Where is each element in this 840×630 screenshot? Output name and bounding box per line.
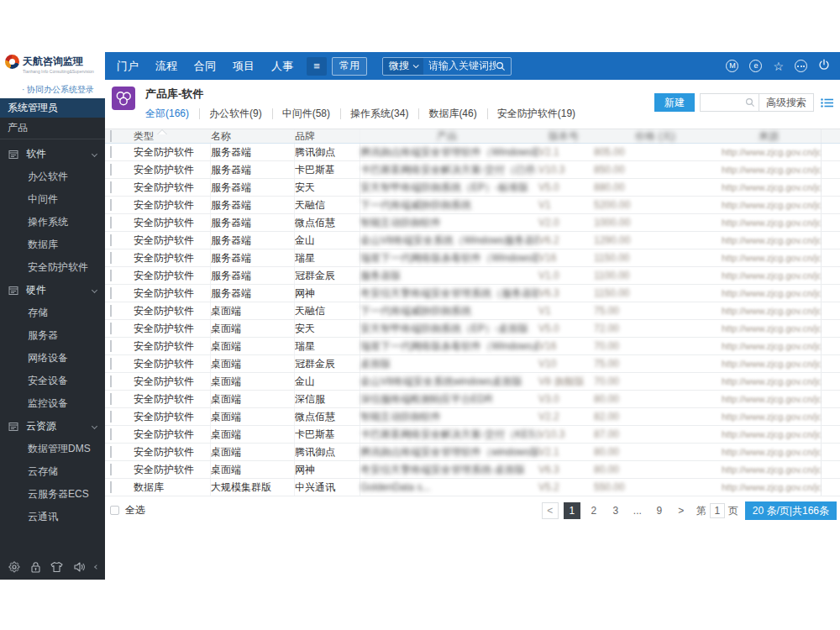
search-scope-dropdown[interactable]: 微搜 (383, 58, 423, 75)
row-checkbox[interactable] (110, 464, 112, 475)
table-search-input[interactable] (700, 93, 759, 112)
row-checkbox[interactable] (110, 270, 112, 281)
sidebar-group-header[interactable]: 云资源 (0, 415, 105, 438)
row-checkbox[interactable] (110, 428, 112, 440)
theme-shirt-icon[interactable] (50, 561, 63, 573)
row-checkbox[interactable] (110, 323, 112, 334)
sidebar-item[interactable]: 网络设备 (0, 347, 105, 370)
top-nav-item[interactable]: 项目 (233, 59, 255, 74)
m-app-icon[interactable]: M (726, 60, 738, 72)
power-logout-icon[interactable] (818, 59, 830, 74)
row-checkbox[interactable] (110, 446, 112, 458)
top-nav-item[interactable]: 人事 (271, 59, 293, 74)
row-checkbox[interactable] (110, 164, 112, 176)
table-row[interactable]: 安全防护软件 桌面端 瑞星 瑞星下一代网络版杀毒软件（Windows桌面） V1… (105, 338, 840, 355)
table-row[interactable]: 安全防护软件 桌面端 金山 金山V8终端安全系统windows桌面版 V8·旗舰… (105, 373, 840, 391)
sidebar-group-header[interactable]: 软件 (0, 143, 105, 165)
sidebar-item[interactable]: 中间件 (0, 188, 105, 211)
table-row[interactable]: 安全防护软件 桌面端 卡巴斯基 卡巴斯基网络安全解决方案-交付（KES）... … (105, 426, 840, 444)
row-checkbox[interactable] (110, 287, 112, 299)
sidebar-item[interactable]: 云存储 (0, 460, 105, 483)
table-row[interactable]: 安全防护软件 桌面端 深信服 深信服终端检测响应平台EDR V3.0 80.00… (105, 391, 840, 408)
settings-gear-icon[interactable] (8, 561, 20, 573)
row-checkbox[interactable] (110, 340, 112, 352)
category-tab[interactable]: 办公软件(9) (199, 107, 272, 121)
row-checkbox[interactable] (110, 217, 112, 228)
table-row[interactable]: 数据库 大规模集群版 中兴通讯 GoldenData s... V5.2 550… (105, 479, 840, 496)
col-price[interactable]: 价格 (元) (594, 129, 722, 144)
category-tab[interactable]: 中间件(58) (272, 107, 340, 121)
advanced-search-button[interactable]: 高级搜索 (759, 93, 814, 112)
row-checkbox[interactable] (110, 481, 112, 493)
table-row[interactable]: 安全防护软件 桌面端 安天 安天智甲终端防御系统（EP）-桌面版 V5.0 72… (105, 320, 840, 338)
page-number[interactable]: 3 (607, 502, 624, 519)
top-nav-item[interactable]: 合同 (194, 59, 216, 74)
tab-changyong[interactable]: 常用 (332, 57, 367, 76)
table-row[interactable]: 安全防护软件 服务器端 卡巴斯基 卡巴斯基网络安全解决方案-交付（已停... V… (105, 161, 840, 179)
table-row[interactable]: 安全防护软件 服务器端 冠群金辰 服务器版 V1.0 1100.00 http:… (105, 267, 840, 285)
col-product[interactable]: 产品 (360, 129, 538, 144)
oa-login-link[interactable]: · 协同办公系统登录 (0, 83, 105, 98)
row-checkbox[interactable] (110, 358, 112, 370)
col-brand[interactable]: 品牌 (295, 129, 360, 143)
create-new-button[interactable]: 新建 (654, 93, 695, 112)
row-checkbox[interactable] (110, 181, 112, 193)
more-options-icon[interactable] (795, 60, 807, 72)
table-row[interactable]: 安全防护软件 服务器端 微点佰慧 智能主动防御软件 V2.0 1000.00 h… (105, 214, 840, 232)
search-icon[interactable] (496, 58, 511, 75)
table-row[interactable]: 安全防护软件 桌面端 天融信 下一代终端威胁防御系统 V1 75.00 http… (105, 302, 840, 320)
page-jump-input[interactable]: 1 (710, 503, 725, 518)
page-number[interactable]: ... (629, 502, 646, 519)
speaker-icon[interactable] (73, 561, 86, 573)
top-nav-item[interactable]: 门户 (117, 59, 139, 74)
category-tab[interactable]: 安全防护软件(19) (487, 107, 585, 121)
sidebar-item[interactable]: 数据库 (0, 234, 105, 256)
sidebar-item[interactable]: 安全防护软件 (0, 256, 105, 279)
sidebar-item[interactable]: 办公软件 (0, 165, 105, 188)
col-name[interactable]: 名称 (211, 129, 295, 143)
sidebar-item[interactable]: 云服务器ECS (0, 483, 105, 506)
sidebar-item[interactable]: 数据管理DMS (0, 438, 105, 460)
col-type[interactable]: 类型 (125, 129, 211, 143)
row-checkbox[interactable] (110, 411, 112, 423)
sidebar-item[interactable]: 存储 (0, 302, 105, 324)
row-checkbox[interactable] (110, 199, 112, 211)
prev-page-button[interactable]: < (542, 502, 559, 519)
top-nav-item[interactable]: 流程 (155, 59, 177, 74)
page-number[interactable]: 9 (651, 502, 668, 519)
table-row[interactable]: 安全防护软件 服务器端 瑞星 瑞星下一代网络版杀毒软件（Windows版） V1… (105, 249, 840, 267)
sidebar-item[interactable]: 云通讯 (0, 506, 105, 528)
lock-icon[interactable] (30, 561, 41, 573)
category-tab[interactable]: 数据库(46) (418, 107, 486, 121)
table-row[interactable]: 安全防护软件 服务器端 网神 奇安信天擎终端安全管理系统（服务器版） V6.3 … (105, 285, 840, 302)
header-checkbox[interactable] (110, 130, 112, 142)
table-row[interactable]: 安全防护软件 桌面端 微点佰慧 智能主动防御软件 V2.2 82.00 http… (105, 408, 840, 426)
message-e-icon[interactable]: e (749, 60, 762, 72)
row-checkbox[interactable] (110, 375, 112, 387)
table-row[interactable]: 安全防护软件 桌面端 网神 奇安信天擎终端安全管理系统-桌面版 V6.3 80.… (105, 461, 840, 479)
search-input[interactable]: 请输入关键词搜索 (423, 58, 496, 75)
sidebar-item[interactable]: 服务器 (0, 324, 105, 347)
col-version[interactable]: 版本号 (538, 129, 594, 144)
category-tab[interactable]: 全部(166) (145, 107, 199, 121)
collapse-sidebar-icon[interactable] (94, 564, 99, 570)
table-row[interactable]: 安全防护软件 服务器端 安天 安天智甲终端防御系统（EP）-标准版 V5.0 8… (105, 179, 840, 197)
hamburger-menu-icon[interactable]: ≡ (307, 57, 327, 76)
sidebar-group-header[interactable]: 硬件 (0, 279, 105, 302)
table-row[interactable]: 安全防护软件 服务器端 天融信 下一代终端威胁防御系统 V1 5200.00 h… (105, 197, 840, 214)
next-page-button[interactable]: > (673, 502, 690, 519)
page-size-selector[interactable]: 20 条/页|共166条 (745, 501, 837, 520)
category-tab[interactable]: 操作系统(34) (340, 107, 418, 121)
select-all-checkbox[interactable] (110, 506, 119, 515)
table-row[interactable]: 安全防护软件 桌面端 腾讯御点 腾讯御点终端安全管理软件（windows版） V… (105, 444, 840, 461)
row-checkbox[interactable] (110, 305, 112, 317)
row-checkbox[interactable] (110, 252, 112, 264)
row-checkbox[interactable] (110, 234, 112, 246)
page-number[interactable]: 2 (585, 502, 602, 519)
row-checkbox[interactable] (110, 146, 112, 158)
col-source[interactable]: 来源 (722, 129, 821, 144)
favorites-star-icon[interactable]: ☆ (773, 60, 784, 72)
row-checkbox[interactable] (110, 393, 112, 405)
table-row[interactable]: 安全防护软件 服务器端 金山 金山V8终端安全系统（Windows服务器版） V… (105, 232, 840, 249)
sidebar-item[interactable]: 安全设备 (0, 370, 105, 392)
